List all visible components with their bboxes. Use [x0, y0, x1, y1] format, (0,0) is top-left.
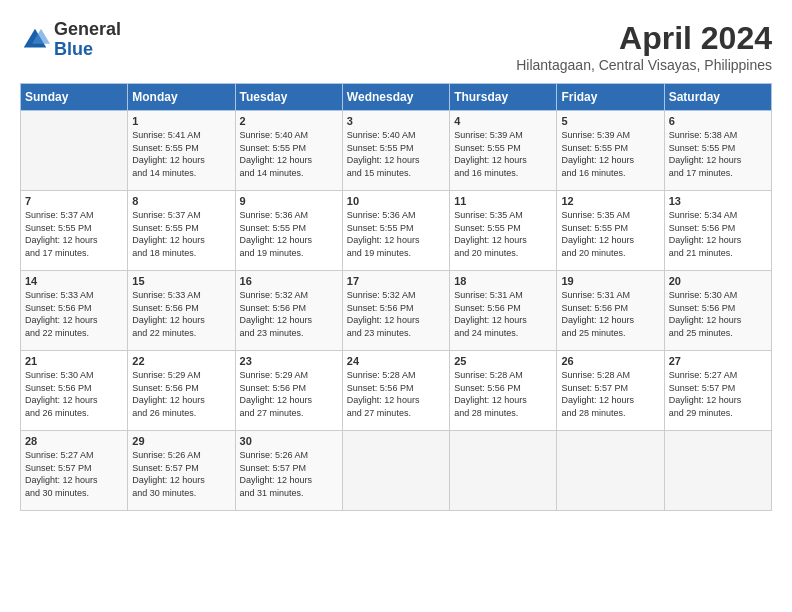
day-number: 5: [561, 115, 659, 127]
day-info: Sunrise: 5:30 AM Sunset: 5:56 PM Dayligh…: [25, 369, 123, 419]
calendar-week-row: 21Sunrise: 5:30 AM Sunset: 5:56 PM Dayli…: [21, 351, 772, 431]
logo-text: General Blue: [54, 20, 121, 60]
day-number: 21: [25, 355, 123, 367]
logo-blue: Blue: [54, 40, 121, 60]
day-number: 25: [454, 355, 552, 367]
day-number: 24: [347, 355, 445, 367]
col-saturday: Saturday: [664, 84, 771, 111]
day-info: Sunrise: 5:37 AM Sunset: 5:55 PM Dayligh…: [132, 209, 230, 259]
calendar-cell: 22Sunrise: 5:29 AM Sunset: 5:56 PM Dayli…: [128, 351, 235, 431]
day-number: 14: [25, 275, 123, 287]
calendar-body: 1Sunrise: 5:41 AM Sunset: 5:55 PM Daylig…: [21, 111, 772, 511]
day-info: Sunrise: 5:36 AM Sunset: 5:55 PM Dayligh…: [240, 209, 338, 259]
calendar-cell: [342, 431, 449, 511]
day-number: 10: [347, 195, 445, 207]
calendar-cell: 16Sunrise: 5:32 AM Sunset: 5:56 PM Dayli…: [235, 271, 342, 351]
calendar-week-row: 28Sunrise: 5:27 AM Sunset: 5:57 PM Dayli…: [21, 431, 772, 511]
day-number: 17: [347, 275, 445, 287]
day-info: Sunrise: 5:31 AM Sunset: 5:56 PM Dayligh…: [561, 289, 659, 339]
day-number: 8: [132, 195, 230, 207]
calendar-cell: [21, 111, 128, 191]
calendar-cell: 2Sunrise: 5:40 AM Sunset: 5:55 PM Daylig…: [235, 111, 342, 191]
day-number: 11: [454, 195, 552, 207]
day-info: Sunrise: 5:39 AM Sunset: 5:55 PM Dayligh…: [454, 129, 552, 179]
calendar-cell: 7Sunrise: 5:37 AM Sunset: 5:55 PM Daylig…: [21, 191, 128, 271]
day-number: 16: [240, 275, 338, 287]
day-number: 1: [132, 115, 230, 127]
col-tuesday: Tuesday: [235, 84, 342, 111]
calendar-cell: 28Sunrise: 5:27 AM Sunset: 5:57 PM Dayli…: [21, 431, 128, 511]
day-number: 20: [669, 275, 767, 287]
day-number: 6: [669, 115, 767, 127]
day-number: 18: [454, 275, 552, 287]
calendar-cell: [664, 431, 771, 511]
day-number: 13: [669, 195, 767, 207]
day-number: 23: [240, 355, 338, 367]
day-info: Sunrise: 5:31 AM Sunset: 5:56 PM Dayligh…: [454, 289, 552, 339]
calendar-cell: 15Sunrise: 5:33 AM Sunset: 5:56 PM Dayli…: [128, 271, 235, 351]
day-number: 30: [240, 435, 338, 447]
calendar-cell: 29Sunrise: 5:26 AM Sunset: 5:57 PM Dayli…: [128, 431, 235, 511]
calendar-cell: 21Sunrise: 5:30 AM Sunset: 5:56 PM Dayli…: [21, 351, 128, 431]
calendar-cell: 18Sunrise: 5:31 AM Sunset: 5:56 PM Dayli…: [450, 271, 557, 351]
day-info: Sunrise: 5:32 AM Sunset: 5:56 PM Dayligh…: [240, 289, 338, 339]
calendar-cell: 11Sunrise: 5:35 AM Sunset: 5:55 PM Dayli…: [450, 191, 557, 271]
logo: General Blue: [20, 20, 121, 60]
day-number: 29: [132, 435, 230, 447]
calendar-cell: 13Sunrise: 5:34 AM Sunset: 5:56 PM Dayli…: [664, 191, 771, 271]
day-info: Sunrise: 5:28 AM Sunset: 5:57 PM Dayligh…: [561, 369, 659, 419]
calendar-cell: 9Sunrise: 5:36 AM Sunset: 5:55 PM Daylig…: [235, 191, 342, 271]
calendar-cell: 24Sunrise: 5:28 AM Sunset: 5:56 PM Dayli…: [342, 351, 449, 431]
month-title: April 2024: [516, 20, 772, 57]
calendar-cell: 4Sunrise: 5:39 AM Sunset: 5:55 PM Daylig…: [450, 111, 557, 191]
title-block: April 2024 Hilantagaan, Central Visayas,…: [516, 20, 772, 73]
day-info: Sunrise: 5:26 AM Sunset: 5:57 PM Dayligh…: [240, 449, 338, 499]
calendar-cell: 10Sunrise: 5:36 AM Sunset: 5:55 PM Dayli…: [342, 191, 449, 271]
day-info: Sunrise: 5:27 AM Sunset: 5:57 PM Dayligh…: [25, 449, 123, 499]
page-header: General Blue April 2024 Hilantagaan, Cen…: [20, 20, 772, 73]
day-number: 4: [454, 115, 552, 127]
calendar-cell: 8Sunrise: 5:37 AM Sunset: 5:55 PM Daylig…: [128, 191, 235, 271]
day-info: Sunrise: 5:27 AM Sunset: 5:57 PM Dayligh…: [669, 369, 767, 419]
day-info: Sunrise: 5:37 AM Sunset: 5:55 PM Dayligh…: [25, 209, 123, 259]
day-info: Sunrise: 5:41 AM Sunset: 5:55 PM Dayligh…: [132, 129, 230, 179]
day-info: Sunrise: 5:39 AM Sunset: 5:55 PM Dayligh…: [561, 129, 659, 179]
col-wednesday: Wednesday: [342, 84, 449, 111]
calendar-cell: 19Sunrise: 5:31 AM Sunset: 5:56 PM Dayli…: [557, 271, 664, 351]
day-info: Sunrise: 5:33 AM Sunset: 5:56 PM Dayligh…: [132, 289, 230, 339]
day-number: 28: [25, 435, 123, 447]
day-info: Sunrise: 5:26 AM Sunset: 5:57 PM Dayligh…: [132, 449, 230, 499]
day-number: 3: [347, 115, 445, 127]
calendar-cell: 12Sunrise: 5:35 AM Sunset: 5:55 PM Dayli…: [557, 191, 664, 271]
col-monday: Monday: [128, 84, 235, 111]
calendar-cell: 26Sunrise: 5:28 AM Sunset: 5:57 PM Dayli…: [557, 351, 664, 431]
col-thursday: Thursday: [450, 84, 557, 111]
calendar-cell: 14Sunrise: 5:33 AM Sunset: 5:56 PM Dayli…: [21, 271, 128, 351]
day-number: 7: [25, 195, 123, 207]
day-info: Sunrise: 5:30 AM Sunset: 5:56 PM Dayligh…: [669, 289, 767, 339]
calendar-cell: 6Sunrise: 5:38 AM Sunset: 5:55 PM Daylig…: [664, 111, 771, 191]
calendar-cell: 1Sunrise: 5:41 AM Sunset: 5:55 PM Daylig…: [128, 111, 235, 191]
calendar-cell: 30Sunrise: 5:26 AM Sunset: 5:57 PM Dayli…: [235, 431, 342, 511]
day-number: 2: [240, 115, 338, 127]
day-number: 27: [669, 355, 767, 367]
day-info: Sunrise: 5:28 AM Sunset: 5:56 PM Dayligh…: [454, 369, 552, 419]
location: Hilantagaan, Central Visayas, Philippine…: [516, 57, 772, 73]
calendar-cell: 3Sunrise: 5:40 AM Sunset: 5:55 PM Daylig…: [342, 111, 449, 191]
days-of-week-row: Sunday Monday Tuesday Wednesday Thursday…: [21, 84, 772, 111]
day-info: Sunrise: 5:35 AM Sunset: 5:55 PM Dayligh…: [561, 209, 659, 259]
day-info: Sunrise: 5:29 AM Sunset: 5:56 PM Dayligh…: [240, 369, 338, 419]
calendar-week-row: 14Sunrise: 5:33 AM Sunset: 5:56 PM Dayli…: [21, 271, 772, 351]
calendar-week-row: 1Sunrise: 5:41 AM Sunset: 5:55 PM Daylig…: [21, 111, 772, 191]
calendar-week-row: 7Sunrise: 5:37 AM Sunset: 5:55 PM Daylig…: [21, 191, 772, 271]
day-info: Sunrise: 5:34 AM Sunset: 5:56 PM Dayligh…: [669, 209, 767, 259]
day-info: Sunrise: 5:40 AM Sunset: 5:55 PM Dayligh…: [347, 129, 445, 179]
day-number: 12: [561, 195, 659, 207]
day-info: Sunrise: 5:28 AM Sunset: 5:56 PM Dayligh…: [347, 369, 445, 419]
day-info: Sunrise: 5:38 AM Sunset: 5:55 PM Dayligh…: [669, 129, 767, 179]
day-number: 26: [561, 355, 659, 367]
col-sunday: Sunday: [21, 84, 128, 111]
day-number: 19: [561, 275, 659, 287]
day-info: Sunrise: 5:29 AM Sunset: 5:56 PM Dayligh…: [132, 369, 230, 419]
day-info: Sunrise: 5:36 AM Sunset: 5:55 PM Dayligh…: [347, 209, 445, 259]
